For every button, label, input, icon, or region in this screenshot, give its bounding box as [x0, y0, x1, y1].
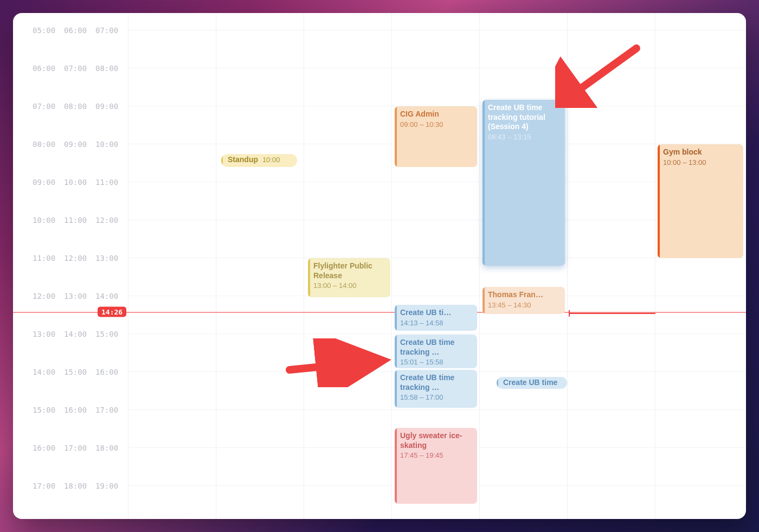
event-ub2[interactable]: Create UB time tracking … 15:01 – 15:58: [395, 335, 477, 368]
event-ub-pill[interactable]: Create UB time: [497, 377, 567, 389]
time-row: 15:0016:0017:00: [13, 406, 128, 414]
grid-day-line: [391, 13, 392, 519]
time-row: 13:0014:0015:00: [13, 330, 128, 338]
time-row: 16:0017:0018:00: [13, 444, 128, 452]
svg-line-0: [570, 48, 636, 96]
annotation-arrow-2: [284, 338, 393, 387]
event-ub-big-session4[interactable]: Create UB time tracking tutorial (Sessio…: [483, 100, 565, 266]
time-row: 10:0011:0012:00: [13, 216, 128, 225]
event-title: Thomas Fran…: [488, 290, 561, 300]
busy-indicator: [569, 313, 655, 314]
time-row: 14:0015:0016:00: [13, 368, 128, 376]
grid-day-line: [304, 13, 304, 519]
event-title: Gym block: [663, 148, 739, 157]
time-row: 09:0010:0011:00: [13, 178, 128, 187]
time-row: 06:0007:0008:00: [13, 64, 128, 73]
event-time: 15:01 – 15:58: [400, 358, 473, 367]
event-title: Ugly sweater ice-skating: [400, 431, 473, 450]
event-cig-admin[interactable]: CIG Admin 09:00 – 10:30: [395, 106, 477, 167]
event-time: 13:45 – 14:30: [488, 301, 561, 310]
time-row: 05:0006:0007:00: [13, 26, 128, 35]
event-ugly-sweater[interactable]: Ugly sweater ice-skating 17:45 – 19:45: [395, 428, 477, 504]
event-time: 14:13 – 14:58: [400, 319, 473, 328]
svg-line-1: [290, 361, 376, 370]
event-standup[interactable]: Standup 10:00: [221, 154, 297, 167]
event-title: Flylighter Public Release: [313, 261, 386, 280]
event-flylighter[interactable]: Flylighter Public Release 13:00 – 14:00: [308, 258, 390, 297]
event-title: Create UB ti…: [400, 308, 473, 318]
calendar-window: 05:0006:0007:00 06:0007:0008:00 07:0008:…: [13, 13, 746, 519]
event-time: 09:00 – 10:30: [400, 120, 473, 129]
calendar-grid[interactable]: 05:0006:0007:00 06:0007:0008:00 07:0008:…: [13, 13, 746, 519]
event-title: Create UB time tracking …: [400, 338, 473, 357]
time-row: 12:0013:0014:00: [13, 292, 128, 300]
now-time-badge: 14:26: [98, 307, 126, 317]
event-gym-block[interactable]: Gym block 10:00 – 13:00: [658, 144, 743, 258]
event-ub3[interactable]: Create UB time tracking … 15:58 – 17:00: [395, 370, 477, 408]
time-gutter: 05:0006:0007:00 06:0007:0008:00 07:0008:…: [13, 13, 128, 519]
grid-day-line: [479, 13, 480, 519]
event-time: 10:00: [262, 156, 280, 164]
annotation-arrow-1: [555, 43, 642, 108]
event-title: Standup: [228, 155, 258, 164]
grid-day-line: [216, 13, 216, 519]
event-title: Create UB time tracking tutorial (Sessio…: [488, 103, 561, 132]
event-ub1[interactable]: Create UB ti… 14:13 – 14:58: [395, 305, 477, 331]
grid-day-line: [655, 13, 655, 519]
event-thomas-frank[interactable]: Thomas Fran… 13:45 – 14:30: [483, 287, 565, 314]
grid-day-line: [128, 13, 128, 519]
event-time: 10:00 – 13:00: [663, 158, 739, 167]
event-title: Create UB time: [503, 378, 562, 388]
event-time: 08:43 – 13:15: [488, 133, 561, 142]
event-time: 13:00 – 14:00: [313, 281, 386, 290]
event-title: Create UB time tracking …: [400, 373, 473, 392]
event-time: 17:45 – 19:45: [400, 451, 473, 460]
event-title: CIG Admin: [400, 110, 473, 119]
time-row: 08:0009:0010:00: [13, 140, 128, 149]
event-time: 15:58 – 17:00: [400, 393, 473, 402]
time-row: 07:0008:0009:00: [13, 102, 128, 111]
time-row: 11:0012:0013:00: [13, 254, 128, 262]
time-row: 17:0018:0019:00: [13, 482, 128, 490]
